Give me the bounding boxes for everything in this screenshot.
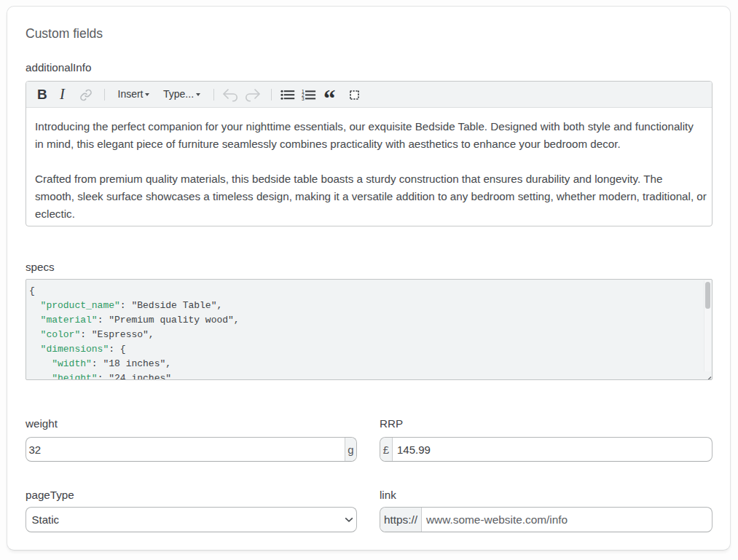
svg-text:3: 3 [302, 96, 305, 101]
